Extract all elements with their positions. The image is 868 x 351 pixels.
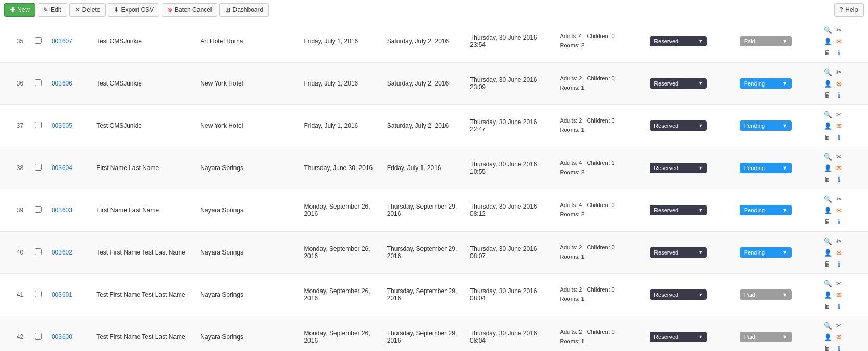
payment-dropdown[interactable]: Pending ▼ xyxy=(740,163,792,173)
view-icon[interactable]: 🔍 xyxy=(823,278,833,288)
checkout-date-cell: Saturday, July 2, 2016 xyxy=(384,20,467,63)
row-checkbox[interactable] xyxy=(35,79,42,86)
calc-icon[interactable]: 🖩 xyxy=(823,174,833,185)
edit-action-icon[interactable]: ✂ xyxy=(834,236,845,246)
row-checkbox[interactable] xyxy=(35,164,42,171)
person-icon[interactable]: 👤 xyxy=(823,163,833,173)
payment-cell: Pending ▼ xyxy=(737,105,820,147)
person-icon[interactable]: 👤 xyxy=(823,247,833,258)
view-icon[interactable]: 🔍 xyxy=(823,236,833,246)
booking-id-link[interactable]: 003603 xyxy=(52,207,72,214)
email-icon[interactable]: ✉ xyxy=(834,332,845,342)
calc-icon[interactable]: 🖩 xyxy=(823,301,833,311)
info-icon[interactable]: ℹ xyxy=(834,259,845,269)
view-icon[interactable]: 🔍 xyxy=(823,67,833,77)
guest-name-cell: Test First Name Test Last Name xyxy=(93,232,197,274)
row-checkbox[interactable] xyxy=(35,122,42,128)
email-icon[interactable]: ✉ xyxy=(834,247,845,258)
email-icon[interactable]: ✉ xyxy=(834,289,845,300)
status-dropdown[interactable]: Reserved ▼ xyxy=(650,78,707,89)
row-checkbox[interactable] xyxy=(35,291,42,297)
payment-dropdown[interactable]: Pending ▼ xyxy=(740,205,792,215)
edit-action-icon[interactable]: ✂ xyxy=(834,193,845,204)
new-button[interactable]: ✚ New xyxy=(4,3,35,17)
person-icon[interactable]: 👤 xyxy=(823,36,833,46)
edit-action-icon[interactable]: ✂ xyxy=(834,151,845,162)
booking-id-link[interactable]: 003604 xyxy=(52,164,72,172)
hotel-name-cell: Nayara Springs xyxy=(197,189,301,232)
info-icon[interactable]: ℹ xyxy=(834,90,845,100)
payment-dropdown[interactable]: Paid ▼ xyxy=(740,332,792,342)
person-icon[interactable]: 👤 xyxy=(823,120,833,131)
view-icon[interactable]: 🔍 xyxy=(823,151,833,162)
chevron-down-icon: ▼ xyxy=(698,123,703,128)
person-icon[interactable]: 👤 xyxy=(823,78,833,89)
edit-button[interactable]: ✎ Edit xyxy=(38,3,67,17)
row-checkbox[interactable] xyxy=(35,206,42,213)
view-icon[interactable]: 🔍 xyxy=(823,109,833,119)
email-icon[interactable]: ✉ xyxy=(834,120,845,131)
view-icon[interactable]: 🔍 xyxy=(823,25,833,35)
calc-icon[interactable]: 🖩 xyxy=(823,90,833,100)
edit-action-icon[interactable]: ✂ xyxy=(834,67,845,77)
calc-icon[interactable]: 🖩 xyxy=(823,343,833,351)
payment-dropdown[interactable]: Paid ▼ xyxy=(740,289,792,300)
booking-id-link[interactable]: 003600 xyxy=(52,333,72,341)
action-row-top: 🔍 ✂ xyxy=(823,109,865,119)
calc-icon[interactable]: 🖩 xyxy=(823,132,833,142)
email-icon[interactable]: ✉ xyxy=(834,205,845,215)
payment-dropdown[interactable]: Pending ▼ xyxy=(740,120,792,131)
row-checkbox[interactable] xyxy=(35,333,42,340)
info-icon[interactable]: ℹ xyxy=(834,301,845,311)
info-icon[interactable]: ℹ xyxy=(834,132,845,142)
status-dropdown[interactable]: Reserved ▼ xyxy=(650,247,707,258)
payment-dropdown[interactable]: Pending ▼ xyxy=(740,78,792,89)
view-icon[interactable]: 🔍 xyxy=(823,320,833,331)
calc-icon[interactable]: 🖩 xyxy=(823,47,833,58)
status-dropdown[interactable]: Reserved ▼ xyxy=(650,289,707,300)
person-icon[interactable]: 👤 xyxy=(823,332,833,342)
view-icon[interactable]: 🔍 xyxy=(823,193,833,204)
email-icon[interactable]: ✉ xyxy=(834,78,845,89)
batch-cancel-button[interactable]: ⊗ Batch Cancel xyxy=(162,3,217,17)
export-csv-button[interactable]: ⬇ Export CSV xyxy=(108,3,159,17)
edit-action-icon[interactable]: ✂ xyxy=(834,109,845,119)
booking-id-link[interactable]: 003605 xyxy=(52,122,72,129)
email-icon[interactable]: ✉ xyxy=(834,36,845,46)
booking-id-cell: 003604 xyxy=(48,147,93,189)
status-dropdown[interactable]: Reserved ▼ xyxy=(650,120,707,131)
person-icon[interactable]: 👤 xyxy=(823,205,833,215)
edit-action-icon[interactable]: ✂ xyxy=(834,278,845,288)
created-date-cell: Thursday, 30 June 2016 23:54 xyxy=(467,20,557,63)
calc-icon[interactable]: 🖩 xyxy=(823,216,833,227)
status-dropdown[interactable]: Reserved ▼ xyxy=(650,332,707,342)
checkout-date: Saturday, July 2, 2016 xyxy=(387,80,449,87)
help-button[interactable]: ? Help xyxy=(834,3,864,17)
edit-action-icon[interactable]: ✂ xyxy=(834,25,845,35)
booking-id-link[interactable]: 003606 xyxy=(52,80,72,87)
hotel-name-cell: Art Hotel Roma xyxy=(197,20,301,63)
person-icon[interactable]: 👤 xyxy=(823,289,833,300)
row-checkbox[interactable] xyxy=(35,37,42,44)
delete-button[interactable]: ✕ Delete xyxy=(69,3,106,17)
info-icon[interactable]: ℹ xyxy=(834,343,845,351)
email-icon[interactable]: ✉ xyxy=(834,163,845,173)
booking-id-link[interactable]: 003607 xyxy=(52,38,72,45)
actions-cell: 🔍 ✂ 👤 ✉ 🖩 ℹ xyxy=(820,274,868,316)
status-dropdown[interactable]: Reserved ▼ xyxy=(650,205,707,215)
status-dropdown[interactable]: Reserved ▼ xyxy=(650,163,707,173)
info-icon[interactable]: ℹ xyxy=(834,216,845,227)
payment-dropdown[interactable]: Pending ▼ xyxy=(740,247,792,258)
info-icon[interactable]: ℹ xyxy=(834,174,845,185)
status-cell: Reserved ▼ xyxy=(647,147,737,189)
info-icon[interactable]: ℹ xyxy=(834,47,845,58)
status-dropdown[interactable]: Reserved ▼ xyxy=(650,36,707,46)
booking-id-link[interactable]: 003601 xyxy=(52,291,72,298)
row-checkbox[interactable] xyxy=(35,248,42,255)
payment-dropdown[interactable]: Paid ▼ xyxy=(740,36,792,46)
action-buttons: 🔍 ✂ 👤 ✉ 🖩 ℹ xyxy=(823,278,865,311)
dashboard-button[interactable]: ⊞ Dashboard xyxy=(219,3,269,17)
calc-icon[interactable]: 🖩 xyxy=(823,259,833,269)
booking-id-link[interactable]: 003602 xyxy=(52,249,72,256)
edit-action-icon[interactable]: ✂ xyxy=(834,320,845,331)
